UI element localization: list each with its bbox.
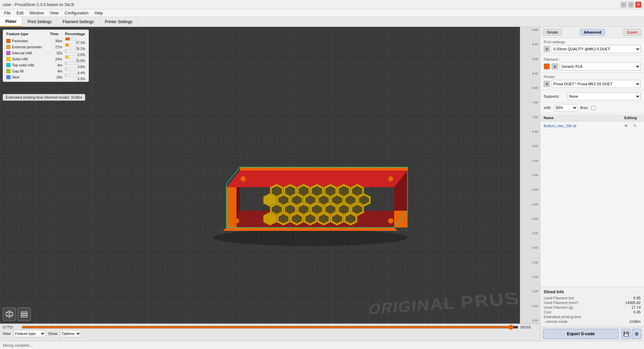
menu-bar: FileEditWindowViewConfigurationHelp: [0, 9, 644, 17]
printer-select[interactable]: Prusa DUET * Prusa MK2.5S DUET: [552, 80, 641, 88]
tab-plater[interactable]: Plater: [0, 17, 22, 27]
filament-select[interactable]: Generic PLA: [560, 62, 641, 70]
sliced-info-label: Cost: [544, 310, 551, 314]
infill-label: Infill:: [544, 106, 551, 110]
title-bar: case - PrusaSlicer-2.3.0 based on Slic3r…: [0, 0, 644, 9]
3d-view-button[interactable]: [3, 307, 16, 321]
sliced-info-row: Used Filament (mm³)14305.62: [544, 300, 641, 305]
object-edit-button[interactable]: ✎: [632, 123, 638, 129]
sliced-info-row: Cost0.45: [544, 310, 641, 314]
sliced-info-label: Used Filament (m): [544, 296, 574, 300]
object-name[interactable]: Bottom_Hex_SM.stl: [544, 124, 621, 128]
tab-printer-settings[interactable]: Printer Settings: [99, 17, 138, 27]
menu-item-help[interactable]: Help: [92, 10, 106, 16]
supports-label: Supports:: [544, 94, 566, 98]
feature-name-text: Skirt: [12, 75, 19, 79]
svg-point-66: [388, 176, 393, 182]
object-list: Name Editing Bottom_Hex_SM.stl 👁 ✎: [540, 113, 644, 287]
filament-settings-label: Filament :: [544, 57, 641, 61]
layer-slider[interactable]: [21, 326, 519, 329]
filament-settings-row: ⚙ Generic PLA: [544, 62, 641, 70]
minimize-button[interactable]: ─: [621, 2, 627, 8]
sliced-info-title: Sliced Info: [544, 290, 641, 294]
filament-color-swatch[interactable]: [544, 63, 550, 69]
status-bar: Slicing complete...: [0, 341, 644, 349]
feature-name-text: Top solid infill: [12, 63, 34, 67]
infill-select[interactable]: 0%10%15%20%25%30%40%50%60%75%100%: [554, 104, 578, 111]
feature-name-text: Gap fill: [12, 69, 23, 73]
menu-item-edit[interactable]: Edit: [14, 10, 26, 16]
model-3d: [193, 110, 428, 251]
sliced-info-row: Estimated printing time: [544, 314, 641, 319]
sliced-info-value: 14305.62: [625, 301, 641, 305]
close-button[interactable]: ✕: [635, 2, 641, 8]
filament-settings-section: Filament : ⚙ Generic PLA: [540, 55, 644, 73]
advanced-mode-button[interactable]: Advanced: [580, 29, 605, 36]
feature-name-text: Perimeter: [12, 39, 28, 43]
window-title: case - PrusaSlicer-2.3.0 based on Slic3r: [3, 2, 74, 7]
feature-color-box: [6, 57, 10, 61]
print-settings-section: Print settings : ⚙ 0.20mm QUALITY @MK2.5…: [540, 38, 644, 55]
view-select[interactable]: Feature typeHeight (mm)Layer (seq. nr.)S…: [13, 330, 46, 337]
object-row: Bottom_Hex_SM.stl 👁 ✎: [540, 121, 644, 131]
sliced-info-value: 17.74: [631, 305, 641, 309]
export-extra-button[interactable]: ⚙: [632, 329, 641, 339]
feature-color-box: [6, 69, 10, 73]
printer-settings-row: ⚙ Prusa DUET * Prusa MK2.5S DUET: [544, 80, 641, 88]
layer-slider-row: 67753 68168: [0, 324, 540, 329]
feature-color-box: [6, 75, 10, 79]
viewport-bottom: 67753 68168 View Feature typeHeight (mm)…: [0, 323, 540, 341]
viewport[interactable]: 9.609.409.008.408.007.407.006.406.005.40…: [0, 27, 540, 341]
menu-item-configuration[interactable]: Configuration: [62, 10, 91, 16]
toolbar: PlaterPrint SettingsFilament SettingsPri…: [0, 17, 644, 27]
expert-mode-button[interactable]: Expert: [623, 29, 641, 36]
export-gcode-button[interactable]: Export G-code: [543, 329, 619, 339]
sliced-info-value: 1h36m: [629, 319, 641, 323]
export-sd-button[interactable]: 💾: [621, 329, 631, 339]
brim-checkbox[interactable]: [591, 106, 596, 110]
svg-marker-8: [223, 228, 397, 231]
print-settings-label: Print settings :: [544, 40, 641, 44]
right-panel: Simple Advanced Expert Print settings : …: [540, 27, 644, 341]
printer-settings-section: Printer : ⚙ Prusa DUET * Prusa MK2.5S DU…: [540, 73, 644, 90]
sliced-info-row: Used Filament (g)17.74: [544, 305, 641, 310]
feature-name-text: Internal infill: [12, 51, 32, 55]
svg-point-67: [234, 218, 239, 223]
menu-item-window[interactable]: Window: [27, 10, 47, 16]
export-side-buttons: 💾 ⚙: [621, 329, 641, 339]
svg-rect-71: [21, 314, 27, 315]
supports-select[interactable]: None: [568, 92, 641, 100]
col-edit-header: Editing: [621, 116, 641, 120]
sliced-info-label: Used Filament (g): [544, 305, 573, 309]
show-select[interactable]: OptionsMovesRetractsTravels: [60, 330, 81, 337]
filament-settings-icon[interactable]: ⚙: [552, 63, 558, 69]
feature-panel-header: Feature type Time Percentage: [6, 32, 85, 36]
menu-item-view[interactable]: View: [47, 10, 61, 16]
feature-name-text: Solid infill: [12, 57, 28, 61]
col-name-header: Name: [544, 116, 621, 120]
svg-rect-70: [21, 312, 27, 313]
object-visibility-button[interactable]: 👁: [623, 123, 629, 129]
tab-print-settings[interactable]: Print Settings: [22, 17, 57, 27]
print-settings-select[interactable]: 0.20mm QUALITY @MK2.5 DUET: [552, 45, 641, 53]
bottom-controls-row: View Feature typeHeight (mm)Layer (seq. …: [0, 329, 540, 338]
layer-view-button[interactable]: [17, 307, 31, 321]
maximize-button[interactable]: □: [628, 2, 634, 8]
window-controls: ─ □ ✕: [621, 2, 641, 8]
menu-item-file[interactable]: File: [1, 10, 13, 16]
sliced-info-label: Estimated printing time: [544, 315, 581, 319]
printer-settings-icon[interactable]: ⚙: [544, 81, 550, 87]
view-label: View: [3, 332, 11, 336]
sliced-info-label: - normal mode: [544, 319, 568, 323]
feature-color-box: [6, 39, 10, 43]
svg-point-68: [388, 218, 393, 223]
sliced-info-label: Used Filament (mm³): [544, 301, 578, 305]
model-area: [34, 40, 540, 321]
print-settings-icon[interactable]: ⚙: [544, 46, 550, 52]
sliced-info-row: Used Filament (m)5.95: [544, 296, 641, 300]
export-row: Export G-code 💾 ⚙: [540, 327, 644, 341]
tab-filament-settings[interactable]: Filament Settings: [57, 17, 100, 27]
sliced-info-value: 5.95: [634, 296, 641, 300]
layer-end-num: 68168: [521, 325, 537, 329]
simple-mode-button[interactable]: Simple: [543, 29, 562, 36]
